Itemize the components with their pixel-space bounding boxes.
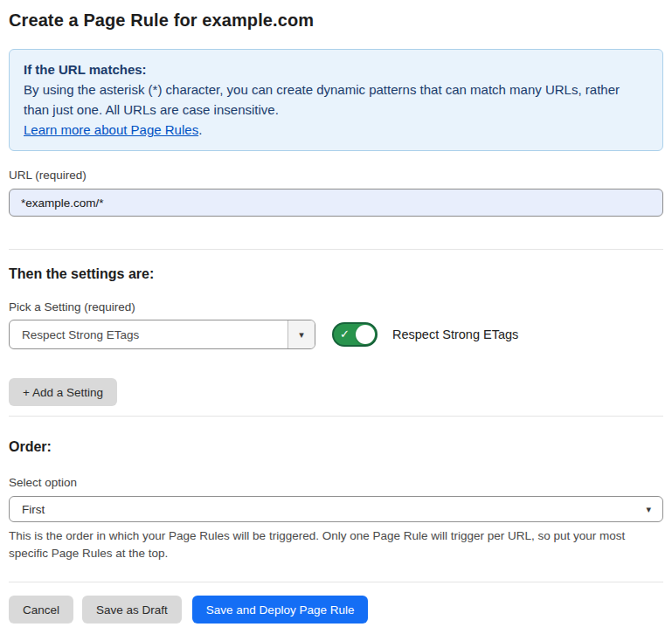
setting-row: Respect Strong ETags ▾ ✓ Respect Strong … — [9, 320, 663, 349]
setting-select[interactable]: Respect Strong ETags ▾ — [9, 320, 315, 349]
chevron-down-icon: ▾ — [299, 330, 304, 340]
setting-select-arrow[interactable]: ▾ — [288, 320, 315, 348]
save-draft-button[interactable]: Save as Draft — [82, 596, 182, 624]
toggle-knob — [356, 325, 375, 344]
cancel-button[interactable]: Cancel — [9, 596, 73, 624]
link-suffix: . — [198, 122, 202, 137]
order-select-label: Select option — [9, 476, 663, 489]
info-box-heading: If the URL matches: — [24, 59, 648, 79]
settings-heading: Then the settings are: — [9, 266, 663, 282]
footer-actions: Cancel Save as Draft Save and Deploy Pag… — [9, 596, 663, 624]
info-box-body: By using the asterisk (*) character, you… — [24, 79, 648, 120]
order-select-value: First — [10, 503, 646, 516]
url-input[interactable] — [9, 189, 663, 217]
order-select-arrow: ▾ — [646, 505, 662, 514]
order-help-text: This is the order in which your Page Rul… — [9, 527, 655, 562]
page-rules-link[interactable]: Learn more about Page Rules — [24, 122, 198, 137]
page-title: Create a Page Rule for example.com — [9, 10, 663, 31]
deploy-button[interactable]: Save and Deploy Page Rule — [192, 596, 369, 624]
setting-select-value: Respect Strong ETags — [10, 328, 288, 341]
section-divider — [9, 416, 663, 417]
order-heading: Order: — [9, 439, 663, 455]
toggle-label: Respect Strong ETags — [392, 327, 518, 341]
etag-toggle[interactable]: ✓ — [332, 322, 378, 347]
info-box: If the URL matches: By using the asteris… — [9, 49, 663, 151]
info-box-link-line: Learn more about Page Rules. — [24, 120, 648, 140]
add-setting-button[interactable]: + Add a Setting — [9, 378, 117, 406]
chevron-down-icon: ▾ — [646, 505, 651, 514]
footer-divider — [9, 582, 663, 582]
page-rule-form: Create a Page Rule for example.com If th… — [0, 0, 672, 624]
check-icon: ✓ — [340, 327, 350, 341]
section-divider — [9, 249, 663, 250]
order-select[interactable]: First ▾ — [9, 496, 663, 522]
setting-picker-label: Pick a Setting (required) — [9, 300, 663, 314]
url-label: URL (required) — [9, 169, 663, 182]
